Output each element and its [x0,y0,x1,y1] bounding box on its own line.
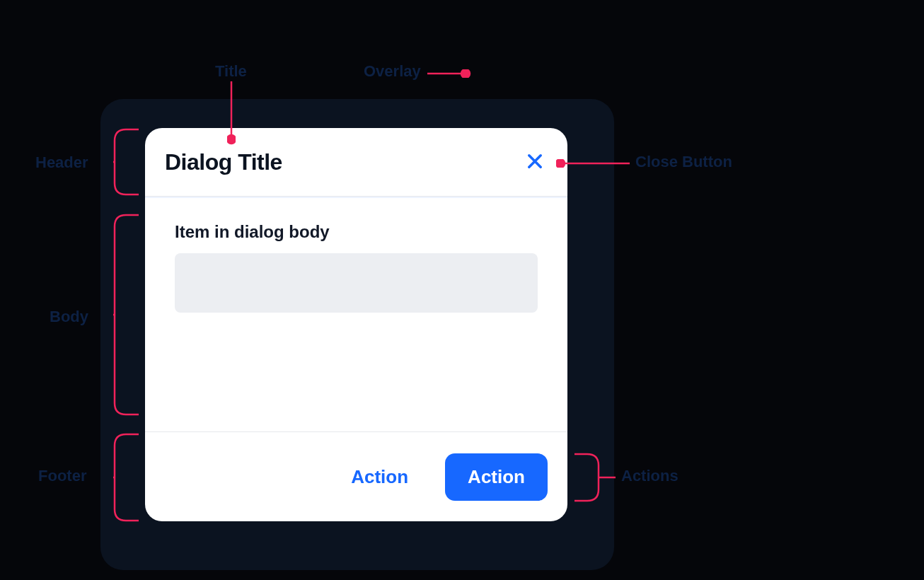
dialog-body-item-label: Item in dialog body [175,222,538,242]
diagram-canvas: Dialog Title Item in dialog body Action … [0,0,924,580]
annotation-pointer-overlay [427,68,471,81]
svg-point-1 [227,135,236,144]
annotation-bracket-footer [113,433,139,525]
dialog-body-input[interactable] [175,253,538,313]
dialog-title: Dialog Title [165,149,282,175]
svg-point-5 [556,159,565,168]
dialog-footer: Action Action [145,431,567,521]
svg-point-3 [461,69,470,78]
dialog: Dialog Title Item in dialog body Action … [145,128,567,521]
annotation-label-overlay: Overlay [364,62,421,81]
close-icon [525,151,545,173]
close-button[interactable] [522,149,548,175]
dialog-body: Item in dialog body [145,197,567,431]
annotation-bracket-header [113,128,139,199]
annotation-pointer-close-button [556,158,630,170]
annotation-label-body: Body [50,308,88,326]
annotation-label-actions: Actions [621,467,678,485]
annotation-label-footer: Footer [38,467,86,485]
dialog-header: Dialog Title [145,128,567,197]
annotation-label-close-button: Close Button [635,153,732,171]
annotation-pointer-title [227,81,236,148]
annotation-bracket-actions [574,453,616,505]
primary-action-button[interactable]: Action [445,453,548,501]
annotation-label-header: Header [35,153,88,172]
annotation-bracket-body [113,214,139,419]
annotation-label-title: Title [215,62,247,81]
secondary-action-button[interactable]: Action [328,453,431,501]
